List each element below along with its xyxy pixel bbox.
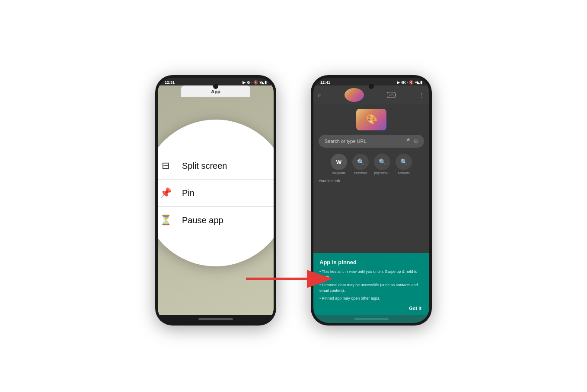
split-screen-icon: ⊟ <box>160 160 172 171</box>
pin-icon: 📌 <box>160 187 172 199</box>
joby-label: joby wavo... <box>374 171 390 174</box>
arrow-svg <box>246 269 341 289</box>
camera-notch-right <box>369 84 374 89</box>
search-bar[interactable]: Search or type URL 🎤 ⊙ <box>319 135 424 148</box>
time-right: 12:41 <box>320 80 330 85</box>
more-menu-icon[interactable]: ⋮ <box>419 92 425 98</box>
home-indicator-right <box>313 315 429 323</box>
mic-icon[interactable]: 🎤 <box>404 138 410 144</box>
home-bar-left <box>198 318 233 320</box>
shortcut-nanoleaf[interactable]: 🔍 nanoleaf <box>396 154 412 174</box>
pinned-bullet-3: • Pinned app may open other apps. <box>319 296 423 302</box>
joby-icon: 🔍 <box>374 154 390 170</box>
pause-icon: ⏳ <box>160 215 172 226</box>
nanoleaf-label: nanoleaf <box>398 171 410 174</box>
home-indicator-left <box>158 315 274 323</box>
time-left: 12:31 <box>165 80 175 85</box>
home-icon[interactable]: ⌂ <box>318 92 321 98</box>
search-action-icons: 🎤 ⊙ <box>404 138 418 144</box>
new-tab-area: 🎨 Search or type URL 🎤 ⊙ <box>313 104 429 253</box>
last-tab-label: Your last tab. <box>319 179 341 183</box>
shortcut-dashword[interactable]: 🔍 dashword <box>352 154 369 174</box>
wikipedia-icon: W <box>331 154 347 170</box>
status-icons-right: ▶ 4K · 🔇 ▾◣▮ <box>397 80 422 85</box>
lens-icon[interactable]: ⊙ <box>414 138 418 144</box>
doodle-small <box>345 88 364 102</box>
tabs-count[interactable]: 25 <box>387 92 396 98</box>
menu-item-split-screen[interactable]: ⊟ Split screen <box>158 152 274 180</box>
nanoleaf-icon: 🔍 <box>396 154 412 170</box>
wikipedia-label: Wikipedia <box>332 171 345 174</box>
menu-item-pause-app[interactable]: ⏳ Pause app <box>158 207 274 234</box>
pinned-title: App is pinned <box>319 259 423 266</box>
pause-app-label: Pause app <box>182 215 223 225</box>
camera-notch <box>213 84 218 89</box>
context-menu-circle: ⊟ Split screen 📌 Pin ⏳ Pause app <box>158 120 274 266</box>
search-placeholder: Search or type URL <box>325 139 367 144</box>
dashword-label: dashword <box>354 171 367 174</box>
status-icons-left: ▶ ⊙ · 🔇 ▾◣▮ <box>242 80 267 85</box>
app-name-partial: App <box>211 89 220 94</box>
shortcut-wikipedia[interactable]: W Wikipedia <box>331 154 347 174</box>
arrow-container <box>246 269 341 291</box>
got-it-button[interactable]: Got it <box>319 306 423 311</box>
home-bar-right <box>354 318 389 320</box>
shortcuts-row: W Wikipedia 🔍 dashword 🔍 joby wavo... <box>331 154 412 174</box>
google-doodle: 🎨 <box>356 109 386 130</box>
dashword-icon: 🔍 <box>352 154 369 170</box>
shortcut-joby[interactable]: 🔍 joby wavo... <box>374 154 390 174</box>
menu-item-pin[interactable]: 📌 Pin <box>158 180 274 207</box>
main-scene: 12:31 ▶ ⊙ · 🔇 ▾◣▮ App <box>0 0 587 392</box>
split-screen-label: Split screen <box>182 161 227 171</box>
pin-label: Pin <box>182 188 195 198</box>
